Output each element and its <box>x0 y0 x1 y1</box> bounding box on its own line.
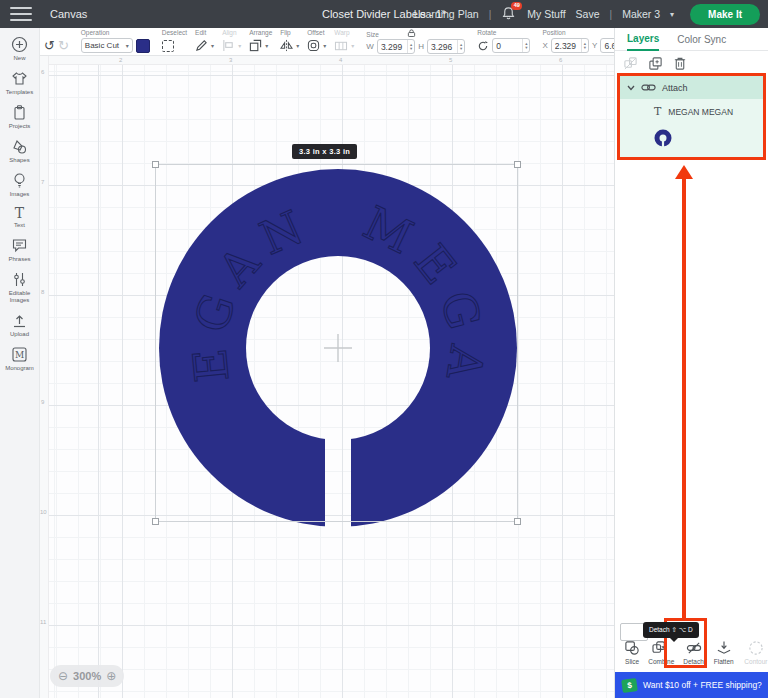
deselect-icon[interactable] <box>162 40 174 52</box>
height-field[interactable]: ▴▾ <box>427 39 465 54</box>
menu-icon[interactable] <box>10 7 32 21</box>
duplicate-icon[interactable] <box>648 56 663 71</box>
flip-icon[interactable] <box>280 39 293 52</box>
sidebar-item-editable-images[interactable]: Editable Images <box>0 271 40 304</box>
chevron-down-icon: ▾ <box>126 42 129 49</box>
annotation-arrow <box>682 178 686 620</box>
canvas-area[interactable]: 2 3 4 5 6 6 7 8 9 10 11 MEGAN MEGAN <box>40 56 614 698</box>
panel-tabs: Layers Color Sync <box>615 28 768 51</box>
sidebar-item-new[interactable]: New <box>0 36 40 62</box>
trash-icon[interactable] <box>673 56 687 71</box>
slice-button[interactable]: Slice <box>619 640 645 665</box>
resize-handle-nw[interactable] <box>152 161 159 168</box>
sidebar-item-images[interactable]: Images <box>0 172 40 198</box>
width-field[interactable]: ▴▾ <box>377 39 415 54</box>
edit-label: Edit <box>195 29 214 37</box>
price-tag-icon: $ <box>621 678 638 693</box>
selection-bounding-box[interactable] <box>155 164 518 522</box>
layer-actions-row <box>615 51 768 75</box>
notifications-bell-icon[interactable]: 49 <box>501 6 517 22</box>
y-axis-label: Y <box>592 41 597 50</box>
rotate-stepper[interactable]: ▴▾ <box>522 39 529 52</box>
align-label: Align <box>222 29 241 37</box>
chevron-down-icon[interactable]: ▾ <box>211 42 214 49</box>
annotation-arrowhead <box>675 165 693 179</box>
sidebar-item-templates[interactable]: Templates <box>0 70 40 96</box>
edit-toolbar: ↺ ↻ Operation Basic Cut▾ Deselect Edit ▾… <box>40 28 614 56</box>
shirt-icon <box>11 70 28 87</box>
offset-icon[interactable] <box>307 39 320 52</box>
save-button[interactable]: Save <box>576 8 600 20</box>
sidebar-item-text[interactable]: T Text <box>0 206 40 229</box>
chevron-down-icon[interactable]: ▾ <box>323 42 326 49</box>
height-axis-label: H <box>418 42 424 51</box>
resize-handle-sw[interactable] <box>152 518 159 525</box>
rotate-field[interactable]: ▴▾ <box>492 38 530 53</box>
shapes-icon <box>11 138 28 155</box>
zoom-out-icon[interactable]: ⊖ <box>58 669 68 683</box>
arrange-label: Arrange <box>249 29 272 37</box>
text-layer-icon: T <box>654 105 661 119</box>
app-header: Canvas Closet Divider Labels - 1* Learni… <box>0 0 768 28</box>
chevron-down-icon: ▾ <box>670 10 674 19</box>
donut-layer-thumbnail <box>654 129 672 147</box>
tab-color-sync[interactable]: Color Sync <box>677 28 726 51</box>
promo-banner[interactable]: $ Want $10 off + FREE shipping? <box>615 672 768 698</box>
resize-handle-se[interactable] <box>514 518 521 525</box>
new-plus-icon <box>11 36 28 53</box>
left-sidebar: New Templates Projects Shapes Images T T… <box>0 28 40 698</box>
clipboard-icon <box>11 104 28 121</box>
position-x-field[interactable]: ▴▾ <box>551 38 589 53</box>
sidebar-item-upload[interactable]: Upload <box>0 312 40 338</box>
sliders-icon <box>11 271 28 288</box>
canvas-menu[interactable]: Canvas <box>50 8 87 20</box>
document-title: Closet Divider Labels - 1* <box>322 8 446 20</box>
layer-row-text[interactable]: T MEGAN MEGAN <box>620 99 763 125</box>
pencil-edit-icon[interactable] <box>195 39 208 52</box>
group-icon[interactable] <box>623 56 638 71</box>
rotate-icon[interactable] <box>477 40 489 52</box>
zoom-control[interactable]: ⊖ 300% ⊕ <box>50 665 124 687</box>
layer-row-shape[interactable] <box>620 125 763 151</box>
warp-label: Warp <box>334 29 354 37</box>
resize-handle-ne[interactable] <box>514 161 521 168</box>
chevron-down-icon[interactable]: ▾ <box>265 42 268 49</box>
layers-panel: Layers Color Sync Attach T MEGAN MEGAN D… <box>614 28 768 698</box>
flip-label: Flip <box>280 29 299 37</box>
machine-selector[interactable]: Maker 3 <box>622 8 660 20</box>
arrange-icon[interactable] <box>249 39 262 52</box>
slice-icon <box>624 640 640 656</box>
undo-icon[interactable]: ↺ <box>44 39 55 52</box>
attach-link-icon <box>641 83 656 92</box>
sidebar-item-shapes[interactable]: Shapes <box>0 138 40 164</box>
align-icon <box>222 39 235 52</box>
zoom-level: 300% <box>73 670 101 682</box>
offset-label: Offset <box>307 29 326 37</box>
rotate-label: Rotate <box>477 29 530 37</box>
sidebar-item-phrases[interactable]: Phrases <box>0 237 40 263</box>
x-stepper[interactable]: ▴▾ <box>581 39 588 52</box>
flatten-button[interactable]: Flatten <box>711 640 737 665</box>
my-stuff-link[interactable]: My Stuff <box>527 8 565 20</box>
upload-icon <box>11 312 28 329</box>
chevron-down-icon[interactable]: ▾ <box>296 42 299 49</box>
speech-bubble-icon <box>11 237 28 254</box>
sidebar-item-monogram[interactable]: M Monogram <box>0 346 40 372</box>
deselect-label: Deselect <box>162 29 187 37</box>
color-swatch[interactable] <box>136 39 150 53</box>
lock-aspect-icon[interactable] <box>407 29 416 37</box>
contour-button[interactable]: Contour <box>743 640 768 665</box>
attach-group-header[interactable]: Attach <box>620 76 763 99</box>
tab-layers[interactable]: Layers <box>627 28 659 51</box>
svg-text:M: M <box>15 350 24 360</box>
operation-select[interactable]: Basic Cut▾ <box>81 38 133 53</box>
sidebar-item-projects[interactable]: Projects <box>0 104 40 130</box>
lightbulb-icon <box>11 172 28 189</box>
redo-icon[interactable]: ↻ <box>58 39 69 52</box>
text-icon: T <box>15 206 24 220</box>
height-stepper[interactable]: ▴▾ <box>457 40 464 53</box>
zoom-in-icon[interactable]: ⊕ <box>106 669 116 683</box>
make-it-button[interactable]: Make It <box>690 4 760 25</box>
chevron-down-icon[interactable] <box>627 85 635 91</box>
width-stepper[interactable]: ▴▾ <box>407 40 414 53</box>
